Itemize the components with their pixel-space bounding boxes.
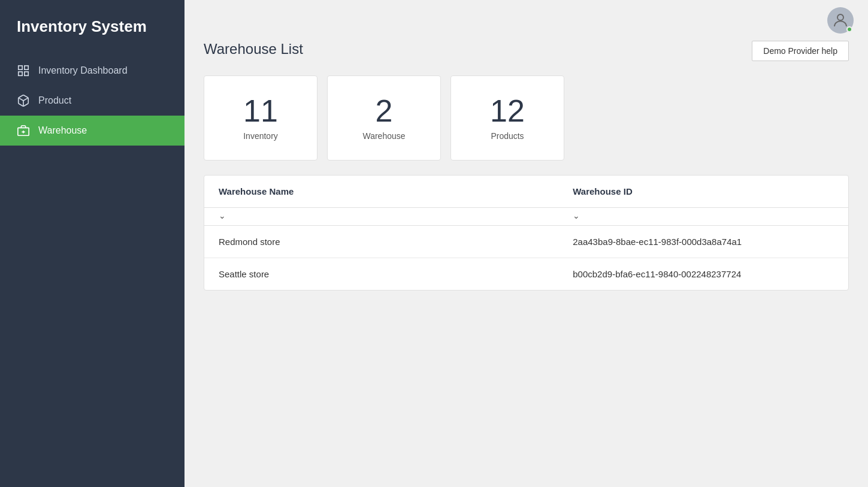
help-button[interactable]: Demo Provider help bbox=[752, 41, 849, 61]
stat-number-2: 12 bbox=[490, 95, 525, 126]
product-icon bbox=[17, 94, 30, 107]
topbar bbox=[185, 0, 868, 41]
sidebar-item-inventory-dashboard[interactable]: Inventory Dashboard bbox=[0, 56, 185, 86]
id-sort-chevron[interactable]: ⌄ bbox=[573, 211, 580, 220]
svg-rect-0 bbox=[19, 65, 22, 69]
stat-card-0: 11 Inventory bbox=[204, 75, 317, 161]
page-content: Warehouse List Demo Provider help 11 Inv… bbox=[185, 41, 868, 487]
table-row[interactable]: Redmond store 2aa43ba9-8bae-ec11-983f-00… bbox=[204, 226, 848, 258]
avatar[interactable] bbox=[827, 7, 854, 34]
col-header-name: Warehouse Name bbox=[204, 176, 558, 208]
warehouse-id-cell: 2aa43ba9-8bae-ec11-983f-000d3a8a74a1 bbox=[558, 226, 848, 258]
warehouse-name-cell: Seattle store bbox=[204, 258, 558, 291]
col-header-id: Warehouse ID bbox=[558, 176, 848, 208]
sidebar-item-label-inventory-dashboard: Inventory Dashboard bbox=[38, 65, 128, 76]
stat-label-1: Warehouse bbox=[362, 131, 405, 141]
warehouse-name-cell: Redmond store bbox=[204, 226, 558, 258]
warehouse-icon bbox=[17, 124, 30, 137]
stat-number-1: 2 bbox=[376, 95, 393, 126]
page-title: Warehouse List bbox=[204, 41, 303, 58]
sidebar-item-label-product: Product bbox=[38, 95, 71, 106]
main-content: Warehouse List Demo Provider help 11 Inv… bbox=[185, 0, 868, 487]
stat-card-2: 12 Products bbox=[450, 75, 564, 161]
warehouse-table: Warehouse Name Warehouse ID ⌄ ⌄ Redmond … bbox=[204, 176, 848, 290]
online-indicator bbox=[846, 26, 852, 32]
svg-rect-3 bbox=[25, 71, 28, 75]
table-header-row: Warehouse Name Warehouse ID bbox=[204, 176, 848, 208]
sort-row: ⌄ ⌄ bbox=[204, 208, 848, 226]
warehouse-table-container: Warehouse Name Warehouse ID ⌄ ⌄ Redmond … bbox=[204, 175, 849, 291]
stat-label-0: Inventory bbox=[243, 131, 278, 141]
svg-rect-1 bbox=[25, 65, 28, 69]
table-row[interactable]: Seattle store b00cb2d9-bfa6-ec11-9840-00… bbox=[204, 258, 848, 291]
sidebar-item-label-warehouse: Warehouse bbox=[38, 125, 87, 136]
stat-number-0: 11 bbox=[243, 95, 278, 126]
stat-card-1: 2 Warehouse bbox=[327, 75, 441, 161]
sidebar-nav: Inventory Dashboard Product Warehouse bbox=[0, 56, 185, 146]
stat-label-2: Products bbox=[491, 131, 524, 141]
warehouse-id-cell: b00cb2d9-bfa6-ec11-9840-002248237724 bbox=[558, 258, 848, 291]
page-header: Warehouse List Demo Provider help bbox=[204, 41, 849, 61]
stats-row: 11 Inventory2 Warehouse12 Products bbox=[204, 75, 849, 161]
svg-rect-2 bbox=[19, 71, 22, 75]
sidebar-item-product[interactable]: Product bbox=[0, 86, 185, 116]
app-title: Inventory System bbox=[0, 0, 185, 56]
sidebar-item-warehouse[interactable]: Warehouse bbox=[0, 116, 185, 146]
table-body: Redmond store 2aa43ba9-8bae-ec11-983f-00… bbox=[204, 226, 848, 291]
svg-point-8 bbox=[837, 14, 843, 20]
name-sort-chevron[interactable]: ⌄ bbox=[219, 211, 226, 220]
inventory-dashboard-icon bbox=[17, 64, 30, 77]
sidebar: Inventory System Inventory Dashboard Pro… bbox=[0, 0, 185, 487]
